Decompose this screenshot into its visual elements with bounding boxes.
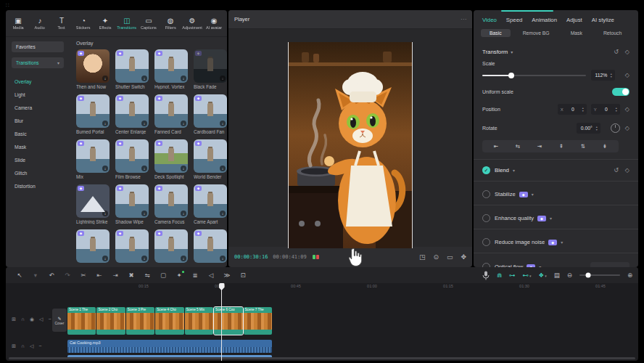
lock-track-icon[interactable]: ∩ (21, 317, 25, 322)
top-toolbar-item-effects[interactable]: ✦Effects (94, 17, 116, 30)
align-left-icon[interactable]: ⇤ (485, 143, 507, 150)
sidebar-item-camera[interactable]: Camera (6, 102, 70, 115)
timeline-ruler[interactable]: 00:1500:3000:4501:0001:1501:3001:45 (6, 283, 638, 290)
top-toolbar-item-filters[interactable]: ◍Filters (160, 17, 181, 30)
transition-item-lightning-strike[interactable]: ◆↓Lightning Strike (76, 184, 112, 224)
video-clip-scene-2-cho[interactable]: Scene 2 Cho (96, 307, 125, 335)
sidebar-item-slide[interactable]: Slide (6, 154, 70, 167)
transition-thumbnail[interactable]: ◆↓ (194, 49, 227, 83)
top-toolbar-item-media[interactable]: ▣Media (7, 17, 29, 30)
player-options-icon[interactable]: ⋯ (461, 16, 466, 23)
position-y-input[interactable]: Y 0 ▴▾ (591, 104, 620, 115)
sidebar-item-light[interactable]: Light (6, 89, 70, 102)
sidebar-item-mask[interactable]: Mask (6, 141, 70, 154)
transition-thumbnail[interactable]: ◆↓ (154, 229, 188, 263)
video-clip-scene-5-mix[interactable]: Scene 5 Mix (185, 307, 213, 335)
audio-clip[interactable]: Cat Cooking.mp3 (67, 340, 272, 353)
stepper-icon[interactable]: ▴▾ (611, 73, 612, 78)
reset-icon[interactable]: ↺ (614, 49, 619, 55)
transition-item-shutter-switch[interactable]: ◆↓Shutter Switch (115, 49, 152, 89)
video-frame[interactable] (288, 42, 413, 248)
stepper-icon[interactable]: ▴▾ (616, 107, 617, 113)
zoom-in-icon[interactable]: ⊕ (627, 272, 632, 279)
lock-track-icon[interactable]: ∩ (21, 343, 25, 349)
transition-thumbnail[interactable]: ◆↓ (194, 229, 227, 263)
link-toggle-icon[interactable]: ⊶ (509, 272, 516, 279)
transition-thumbnail[interactable]: ◆↓ (154, 139, 188, 173)
chevron-down-icon[interactable]: ▾ (532, 192, 534, 197)
favorites-button[interactable]: Favorites (12, 41, 64, 52)
transition-thumbnail[interactable]: ◆↓ (154, 94, 188, 128)
keyframe-icon[interactable]: ◇ (625, 125, 629, 131)
zoom-out-icon[interactable]: ⊖ (567, 272, 572, 279)
rotate-value-input[interactable]: 0.00° ▴▾ (577, 123, 600, 134)
redo-icon[interactable]: ↷ (59, 272, 75, 279)
split-icon[interactable]: ✂ (75, 272, 91, 279)
transition-item-hypnot-vortex[interactable]: ◆↓Hypnot. Vortex (154, 49, 191, 89)
delete-icon[interactable]: ✖ (123, 272, 139, 279)
transition-thumbnail[interactable]: ◆↓ (76, 184, 110, 218)
top-toolbar-item-stickers[interactable]: ◔Stickers (73, 17, 94, 30)
transition-item-film-browse[interactable]: ◆↓Film Browse (115, 139, 152, 179)
video-clip-scene-1-the[interactable]: Scene 1 The (67, 307, 96, 335)
sidebar-item-basic[interactable]: Basic (6, 128, 70, 141)
transition-item-cardboard-fan[interactable]: ◆↓Cardboard Fan (194, 94, 227, 134)
top-toolbar-item-captions[interactable]: ▭Captions (138, 17, 160, 30)
transition-item[interactable]: ◆↓ (115, 229, 152, 264)
collapse-track-icon[interactable]: − (48, 317, 51, 322)
transform-section-header[interactable]: Transform ▾ ↺ ◇ (482, 49, 629, 55)
preview-focus-icon[interactable]: ⊙ (433, 253, 439, 261)
mirror-icon[interactable]: ⇋ (139, 272, 155, 279)
trim-left-icon[interactable]: ⇤ (91, 272, 107, 279)
collapse-track-icon[interactable]: − (38, 343, 41, 349)
toggle-visibility-icon[interactable]: ◉ (30, 317, 34, 322)
timeline-scrollbar[interactable] (9, 357, 635, 359)
speed-icon[interactable]: ≫ (219, 272, 235, 279)
crop-icon[interactable]: ▢ (155, 272, 171, 279)
video-clip-scene-7-the[interactable]: Scene 7 The (244, 307, 272, 335)
transition-thumbnail[interactable]: ◆↓ (154, 184, 188, 218)
transition-thumbnail[interactable]: ◆↓ (194, 184, 227, 218)
align-center-h-icon[interactable]: ⇆ (507, 143, 529, 150)
transition-thumbnail[interactable]: ◆↓ (194, 94, 227, 128)
mute-track-icon[interactable]: ◁ (39, 317, 43, 322)
feature-action-button[interactable] (590, 262, 629, 267)
scale-slider[interactable] (482, 75, 586, 76)
subtab-mask[interactable]: Mask (562, 29, 591, 37)
snapshot-icon[interactable]: ⊡ (235, 272, 251, 279)
tab-speed[interactable]: Speed (506, 17, 523, 23)
rotate-dial-icon[interactable] (611, 123, 620, 133)
keyframe-icon[interactable]: ◇ (625, 106, 629, 113)
aspect-ratio-icon[interactable]: ◳ (419, 253, 426, 261)
transition-thumbnail[interactable]: ◆↓ (194, 139, 227, 173)
transition-thumbnail[interactable]: ◆↓ (76, 229, 110, 263)
slider-handle[interactable] (508, 73, 514, 78)
transition-item-came-apart[interactable]: ◆↓Came Apart (194, 184, 227, 224)
top-toolbar-item-ai-avatar[interactable]: ◉AI avatar (203, 17, 225, 30)
feature-checkbox[interactable] (482, 238, 490, 246)
select-tool-icon[interactable]: ↖ (12, 272, 28, 279)
top-toolbar-item-adjustment[interactable]: ⚙Adjustment (181, 17, 203, 30)
align-middle-icon[interactable]: ⇅ (572, 143, 594, 150)
align-bottom-icon[interactable]: ⇟ (594, 143, 616, 150)
transition-item-camera-focus[interactable]: ◆↓Camera Focus (154, 184, 191, 224)
keyframe-icon[interactable]: ◇ (625, 72, 629, 78)
uniform-scale-toggle[interactable] (612, 88, 629, 96)
transition-item[interactable]: ◆↓ (194, 229, 227, 264)
cover-button[interactable]: ✎ Cover (52, 309, 67, 332)
trim-right-icon[interactable]: ⇥ (107, 272, 123, 279)
undo-icon[interactable]: ↶ (44, 272, 59, 279)
fullscreen-icon[interactable]: ✥ (461, 253, 466, 261)
align-top-icon[interactable]: ⇞ (550, 143, 572, 150)
feature-checkbox[interactable] (482, 214, 490, 222)
top-toolbar-item-text[interactable]: TText (51, 17, 73, 30)
widescreen-icon[interactable]: ▭ (447, 253, 453, 261)
tool-dropdown-caret[interactable]: ▾ (28, 272, 44, 279)
transition-thumbnail[interactable]: ◆↓ (115, 49, 149, 83)
transition-item-world-bender[interactable]: ◆↓World Bender (194, 139, 227, 179)
mute-track-icon[interactable]: ◁ (30, 343, 33, 349)
feature-checkbox[interactable] (482, 190, 490, 198)
transition-thumbnail[interactable]: ◆↓ (115, 184, 149, 218)
chevron-down-icon[interactable]: ▾ (561, 240, 563, 245)
top-toolbar-item-transitions[interactable]: ◫Transitions (116, 17, 138, 30)
